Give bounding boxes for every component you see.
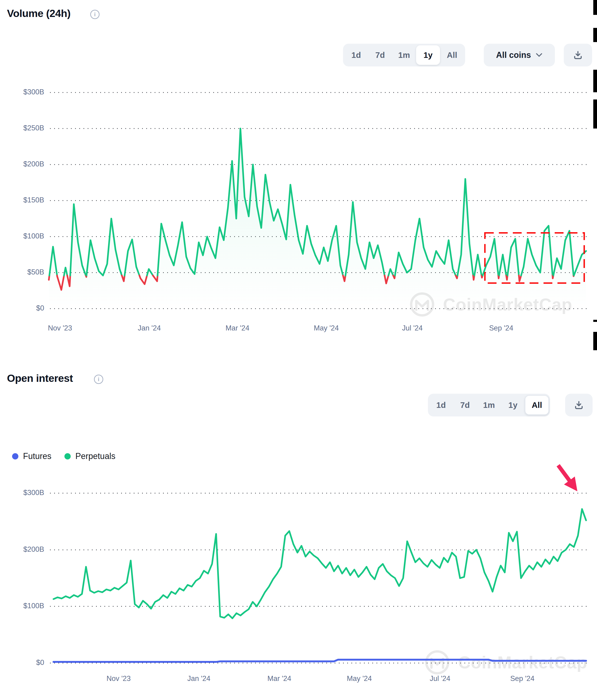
legend-label: Futures — [23, 451, 51, 461]
coin-filter-label: All coins — [496, 50, 531, 60]
y-tick-label: $300B — [0, 489, 44, 497]
svg-text:CoinMarketCap: CoinMarketCap — [458, 653, 588, 672]
oi-range-1m[interactable]: 1m — [477, 395, 501, 415]
info-icon[interactable]: i — [94, 375, 103, 384]
perpetuals-dot-icon — [65, 453, 71, 459]
download-icon — [573, 50, 583, 60]
coinmarketcap-derivatives-page: Volume (24h) i 1d7d1m1yAll All coins $30… — [0, 0, 597, 700]
download-icon — [574, 400, 584, 410]
y-tick-label: $200B — [0, 160, 44, 168]
y-tick-label: $100B — [0, 602, 44, 610]
arrow-annotation — [558, 465, 573, 485]
perpetuals-line — [53, 509, 586, 618]
volume-range-selector: 1d7d1m1yAll — [343, 44, 465, 67]
oi-range-7d[interactable]: 7d — [453, 395, 477, 415]
x-tick-label: Mar '24 — [254, 674, 305, 683]
y-tick-label: $0 — [0, 304, 44, 312]
y-tick-label: $300B — [0, 88, 44, 96]
futures-dot-icon — [12, 453, 18, 459]
open-interest-download-button[interactable] — [565, 394, 593, 417]
open-interest-title: Open interest — [7, 372, 73, 384]
legend-item-perpetuals[interactable]: Perpetuals — [65, 451, 115, 461]
volume-title: Volume (24h) — [7, 7, 70, 20]
open-interest-legend: Futures Perpetuals — [12, 451, 115, 461]
y-tick-label: $250B — [0, 124, 44, 132]
volume-range-1m[interactable]: 1m — [392, 45, 416, 65]
x-tick-label: Jan '24 — [173, 674, 224, 683]
y-tick-label: $150B — [0, 196, 44, 204]
screenshot-artifact-bars — [593, 0, 597, 350]
x-tick-label: Jul '24 — [414, 674, 465, 683]
x-tick-label: Sep '24 — [497, 674, 548, 683]
futures-line — [53, 659, 586, 662]
x-tick-label: Mar '24 — [212, 324, 263, 332]
info-icon[interactable]: i — [90, 10, 99, 19]
x-tick-label: May '24 — [301, 324, 352, 332]
chevron-down-icon — [535, 53, 543, 57]
coinmarketcap-watermark: CoinMarketCap — [426, 651, 588, 673]
x-tick-label: Nov '23 — [93, 674, 144, 683]
charts-canvas: CoinMarketCapCoinMarketCap — [0, 0, 597, 700]
highlight-dashed-box — [485, 233, 584, 283]
y-tick-label: $50B — [0, 268, 44, 276]
x-tick-label: Jan '24 — [124, 324, 175, 332]
volume-range-1y[interactable]: 1y — [416, 45, 440, 65]
y-tick-label: $0 — [0, 658, 44, 667]
x-tick-label: May '24 — [334, 674, 385, 683]
oi-range-1d[interactable]: 1d — [429, 395, 453, 415]
open-interest-range-selector: 1d7d1m1yAll — [428, 394, 550, 417]
coinmarketcap-watermark: CoinMarketCap — [411, 294, 572, 316]
oi-range-all[interactable]: All — [525, 395, 549, 415]
svg-text:CoinMarketCap: CoinMarketCap — [443, 295, 572, 314]
coin-filter-dropdown[interactable]: All coins — [484, 44, 555, 67]
volume-line-series — [49, 128, 586, 309]
volume-range-1d[interactable]: 1d — [344, 45, 368, 65]
x-tick-label: Jul '24 — [387, 324, 438, 332]
volume-range-7d[interactable]: 7d — [368, 45, 392, 65]
volume-range-all[interactable]: All — [440, 45, 464, 65]
legend-label: Perpetuals — [75, 451, 115, 461]
y-tick-label: $200B — [0, 545, 44, 554]
x-tick-label: Sep '24 — [476, 324, 527, 332]
y-tick-label: $100B — [0, 232, 44, 240]
volume-download-button[interactable] — [564, 44, 592, 67]
legend-item-futures[interactable]: Futures — [12, 451, 51, 461]
x-tick-label: Nov '23 — [34, 324, 86, 332]
oi-range-1y[interactable]: 1y — [501, 395, 525, 415]
